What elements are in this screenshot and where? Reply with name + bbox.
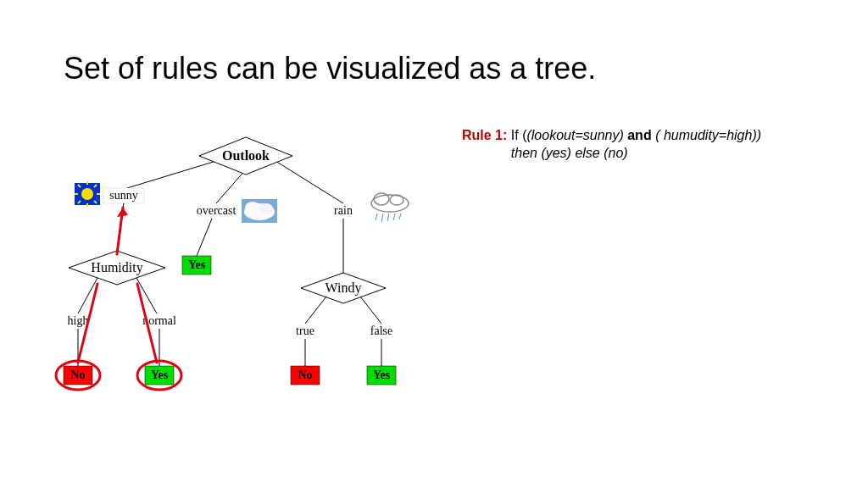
rule-label: Rule 1: xyxy=(462,128,507,142)
node-humidity-label: Humidity xyxy=(91,260,142,275)
branch-high: high xyxy=(68,314,89,327)
svg-line-21 xyxy=(399,214,401,219)
leaf-no-label: No xyxy=(70,369,85,381)
node-outlook-label: Outlook xyxy=(222,148,270,163)
leaf-yes-label: Yes xyxy=(151,369,169,381)
edge xyxy=(197,219,212,256)
cloud-overcast-icon xyxy=(242,199,277,223)
svg-point-13 xyxy=(259,203,273,214)
rule-cond2: ( humudity=high)) xyxy=(655,128,761,142)
node-windy-label: Windy xyxy=(326,280,362,296)
branch-false: false xyxy=(370,324,392,337)
arrowhead-icon xyxy=(117,208,128,217)
branch-overcast: overcast xyxy=(197,204,236,217)
svg-point-1 xyxy=(81,188,93,200)
rule-then: then (yes) else (no) xyxy=(511,146,628,160)
leaf-no-label: No xyxy=(298,369,312,381)
page-title: Set of rules can be visualized as a tree… xyxy=(64,51,596,86)
leaf-yes-label: Yes xyxy=(188,258,206,271)
branch-rain: rain xyxy=(334,204,353,217)
sun-icon xyxy=(75,181,100,207)
rule-and: and xyxy=(627,128,651,142)
leaf-yes-label: Yes xyxy=(373,369,391,381)
edge xyxy=(360,297,381,324)
rule-if: If ( xyxy=(511,128,527,142)
svg-point-12 xyxy=(245,202,260,214)
svg-point-16 xyxy=(390,195,403,205)
edge xyxy=(127,161,216,188)
rule-cond1: (lookout=sunny) xyxy=(526,128,623,142)
branch-true: true xyxy=(296,324,314,337)
rule-1-text: Rule 1: If ((lookout=sunny) and ( humudi… xyxy=(462,127,761,163)
edge xyxy=(216,169,246,203)
svg-line-18 xyxy=(381,214,383,222)
svg-line-17 xyxy=(376,214,377,220)
svg-line-20 xyxy=(393,214,395,220)
svg-line-19 xyxy=(387,214,389,221)
cloud-rain-icon xyxy=(371,193,409,222)
edge xyxy=(275,161,343,203)
svg-point-15 xyxy=(374,193,389,205)
branch-sunny: sunny xyxy=(109,189,137,202)
decision-tree-diagram: Outlook sunny overcast rain xyxy=(51,127,449,466)
edge xyxy=(305,297,326,324)
